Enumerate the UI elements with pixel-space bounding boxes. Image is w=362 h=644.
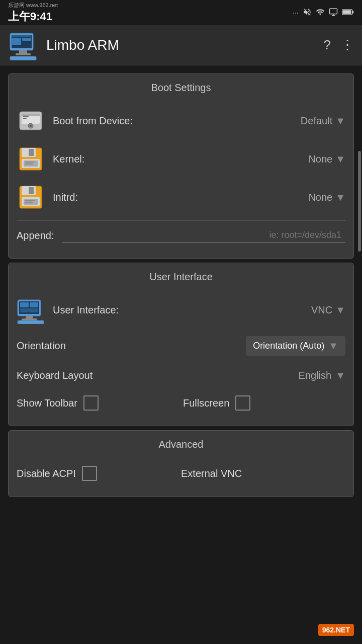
svg-rect-16: [22, 114, 40, 116]
status-bar: 乐游网 www.962.net 上午9:41 ···: [0, 0, 362, 25]
svg-rect-42: [18, 320, 44, 324]
svg-rect-37: [20, 302, 29, 307]
advanced-title: Advanced: [17, 439, 345, 450]
disable-acpi-item: Disable ACPI: [17, 466, 181, 481]
initrd-arrow: ▼: [335, 192, 345, 203]
show-toolbar-label: Show Toolbar: [17, 397, 77, 409]
fullscreen-checkbox[interactable]: [235, 395, 250, 411]
svg-rect-39: [20, 308, 38, 312]
status-left: 乐游网 www.962.net 上午9:41: [8, 2, 58, 24]
boot-from-device-row: Boot from Device: Default ▼: [17, 102, 345, 140]
append-input[interactable]: [62, 228, 345, 243]
external-vnc-item: External VNC: [181, 468, 345, 479]
toolbar-fullscreen-row: Show Toolbar Fullscreen: [17, 388, 345, 418]
svg-rect-9: [16, 53, 31, 55]
status-time: 上午9:41: [8, 9, 58, 24]
orientation-dropdown[interactable]: Orientation (Auto) ▼: [246, 336, 345, 356]
boot-settings-card: Boot Settings Boot from Device: Default …: [8, 73, 354, 259]
kernel-text: None: [308, 153, 332, 165]
svg-rect-4: [342, 10, 351, 14]
fullscreen-label: Fullscreen: [183, 397, 229, 409]
svg-rect-19: [23, 116, 29, 117]
ui-interface-label: User Interface:: [53, 304, 311, 316]
show-toolbar-checkbox[interactable]: [83, 395, 99, 411]
status-network: 乐游网 www.962.net: [8, 2, 58, 9]
wifi-icon: [316, 8, 325, 18]
mute-icon: [303, 8, 312, 18]
signal-icon: ···: [293, 9, 299, 17]
svg-rect-30: [29, 187, 34, 194]
app-bar-actions: ? ⋮: [324, 37, 354, 53]
app-title: Limbo ARM: [46, 37, 316, 53]
ui-interface-arrow: ▼: [335, 304, 345, 316]
orientation-value: Orientation (Auto): [253, 341, 324, 351]
initrd-text: None: [308, 192, 332, 203]
keyboard-layout-dropdown[interactable]: English ▼: [299, 370, 345, 381]
scroll-indicator[interactable]: [358, 151, 361, 252]
advanced-card: Advanced Disable ACPI External VNC: [8, 430, 354, 497]
show-toolbar-item: Show Toolbar: [17, 395, 179, 411]
svg-rect-20: [23, 118, 27, 119]
initrd-value[interactable]: None ▼: [308, 192, 345, 203]
orientation-arrow: ▼: [328, 340, 338, 352]
svg-rect-23: [29, 149, 34, 156]
svg-rect-34: [25, 202, 33, 203]
user-interface-title: User Interface: [17, 271, 345, 283]
append-row: Append:: [17, 220, 345, 250]
initrd-label: Initrd:: [53, 192, 308, 203]
app-bar: Limbo ARM ? ⋮: [0, 25, 362, 65]
fullscreen-item: Fullscreen: [183, 395, 345, 411]
initrd-row: Initrd: None ▼: [17, 178, 345, 216]
orientation-row: Orientation Orientation (Auto) ▼: [17, 329, 345, 363]
svg-rect-8: [19, 50, 27, 53]
append-label: Append:: [17, 230, 54, 242]
kernel-label: Kernel:: [53, 153, 308, 165]
keyboard-layout-row: Keyboard Layout English ▼: [17, 363, 345, 388]
svg-point-18: [30, 125, 32, 127]
svg-rect-5: [352, 11, 354, 13]
advanced-row: Disable ACPI External VNC: [17, 458, 345, 489]
svg-rect-10: [10, 56, 36, 60]
boot-from-device-text: Default: [301, 115, 332, 127]
keyboard-layout-label: Keyboard Layout: [17, 370, 299, 381]
svg-rect-12: [12, 38, 21, 45]
keyboard-layout-arrow: ▼: [335, 370, 345, 381]
external-vnc-label: External VNC: [181, 468, 242, 479]
svg-rect-27: [25, 164, 33, 165]
user-interface-card: User Interface User Interface: VNC ▼ O: [8, 263, 354, 426]
svg-rect-0: [330, 9, 337, 14]
initrd-floppy-icon: [17, 183, 45, 211]
ui-monitor-icon: [17, 296, 45, 324]
svg-rect-38: [30, 302, 38, 307]
disable-acpi-label: Disable ACPI: [17, 468, 76, 479]
boot-from-device-label: Boot from Device:: [53, 115, 301, 127]
help-button[interactable]: ?: [324, 37, 331, 53]
ui-interface-text: VNC: [311, 304, 332, 316]
screen-icon: [329, 8, 338, 18]
boot-settings-title: Boot Settings: [17, 82, 345, 94]
svg-rect-26: [25, 162, 35, 163]
kernel-value[interactable]: None ▼: [308, 153, 345, 165]
kernel-arrow: ▼: [335, 153, 345, 165]
more-button[interactable]: ⋮: [341, 37, 354, 53]
disable-acpi-checkbox[interactable]: [82, 466, 97, 481]
boot-from-device-value[interactable]: Default ▼: [301, 115, 345, 127]
svg-rect-41: [22, 318, 37, 320]
battery-icon: [342, 9, 354, 17]
svg-rect-33: [25, 200, 35, 201]
content: Boot Settings Boot from Device: Default …: [0, 65, 362, 505]
svg-rect-40: [26, 316, 33, 318]
ui-interface-value[interactable]: VNC ▼: [311, 304, 345, 316]
boot-from-device-arrow: ▼: [335, 115, 345, 127]
hard-drive-icon: [17, 107, 45, 135]
kernel-row: Kernel: None ▼: [17, 140, 345, 178]
ui-interface-row: User Interface: VNC ▼: [17, 291, 345, 329]
orientation-label: Orientation: [17, 340, 246, 352]
status-icons: ···: [293, 8, 354, 18]
svg-rect-11: [12, 35, 31, 37]
svg-rect-13: [22, 38, 31, 41]
keyboard-layout-value: English: [299, 370, 332, 381]
app-logo-icon: [8, 30, 38, 60]
kernel-floppy-icon: [17, 145, 45, 173]
watermark: 962.NET: [318, 624, 354, 636]
